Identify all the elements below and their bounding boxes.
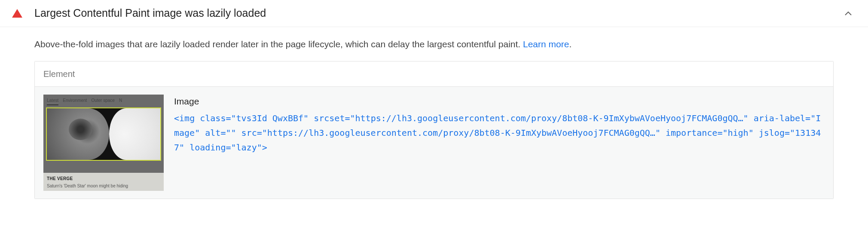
thumbnail-image-right [109, 108, 160, 160]
thumbnail-caption: Saturn's 'Death Star' moon might be hidi… [47, 183, 160, 189]
thumbnail-highlight-box [46, 107, 161, 161]
thumbnail-tab: Environment [63, 97, 87, 105]
audit-description-text: Above-the-fold images that are lazily lo… [34, 39, 523, 49]
element-detail: Image <img class="tvs3Id QwxBBf" srcset=… [174, 95, 825, 155]
learn-more-link[interactable]: Learn more [523, 39, 569, 49]
element-code-snippet: <img class="tvs3Id QwxBBf" srcset="https… [174, 111, 825, 155]
element-table: Element Latest Environment Outer space N [34, 61, 834, 199]
table-row: Latest Environment Outer space N THE VER… [35, 87, 833, 199]
thumbnail-image-left [47, 108, 109, 160]
table-header-element: Element [35, 61, 833, 87]
fail-triangle-icon [12, 9, 22, 18]
thumbnail-tabs: Latest Environment Outer space N [43, 95, 164, 107]
thumbnail-tab: Latest [47, 97, 58, 105]
thumbnail-brand: THE VERGE [47, 175, 160, 182]
audit-description-suffix: . [569, 39, 572, 49]
chevron-up-icon[interactable] [844, 9, 853, 18]
element-thumbnail: Latest Environment Outer space N THE VER… [43, 95, 164, 191]
thumbnail-footer: THE VERGE Saturn's 'Death Star' moon mig… [43, 173, 164, 191]
element-label: Image [174, 95, 825, 108]
audit-body: Above-the-fold images that are lazily lo… [0, 27, 868, 211]
audit-title: Largest Contentful Paint image was lazil… [34, 5, 844, 21]
thumbnail-tab: N [119, 97, 122, 105]
audit-item: Largest Contentful Paint image was lazil… [0, 0, 868, 211]
audit-description: Above-the-fold images that are lazily lo… [34, 37, 834, 51]
thumbnail-tab: Outer space [91, 97, 114, 105]
thumbnail-crater [69, 119, 92, 140]
audit-header[interactable]: Largest Contentful Paint image was lazil… [0, 0, 868, 27]
